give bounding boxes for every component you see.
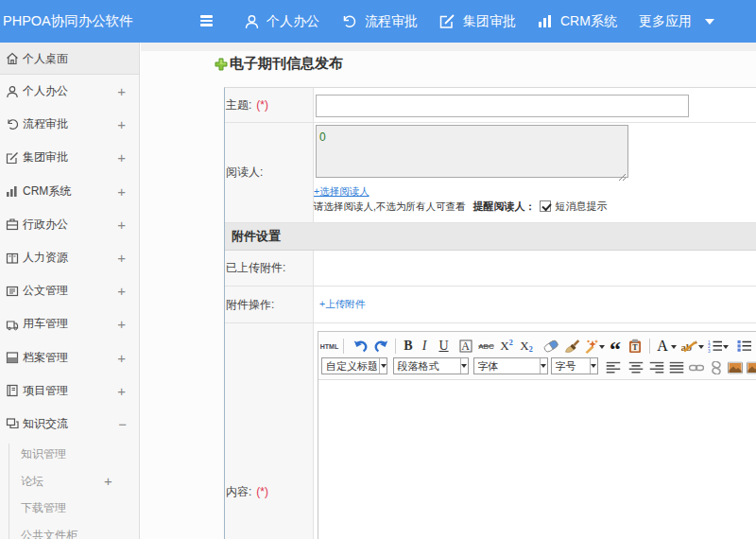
svg-text:T: T	[632, 343, 638, 352]
svg-text:3: 3	[708, 349, 711, 354]
